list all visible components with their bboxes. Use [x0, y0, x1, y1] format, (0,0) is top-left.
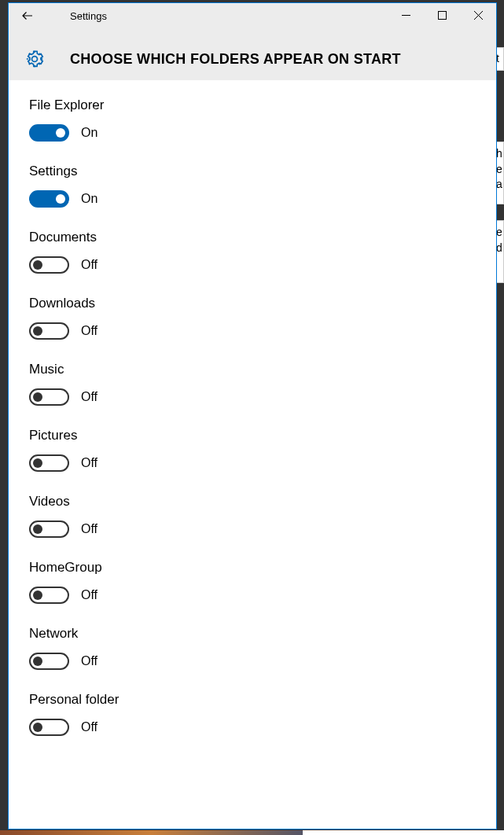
toggle-row: Off	[29, 520, 476, 538]
toggle-knob	[33, 392, 42, 402]
taskbar-fragment	[0, 830, 504, 835]
settings-window: Settings	[8, 2, 497, 829]
toggle-state-label: On	[81, 126, 97, 140]
minimize-icon	[402, 11, 410, 20]
setting-network: NetworkOff	[29, 626, 476, 670]
toggle-documents[interactable]	[29, 256, 69, 274]
setting-videos: VideosOff	[29, 494, 476, 538]
toggle-videos[interactable]	[29, 520, 69, 538]
toggle-knob	[33, 590, 42, 600]
setting-label: Personal folder	[29, 692, 476, 708]
toggle-knob	[33, 524, 42, 534]
toggle-network[interactable]	[29, 653, 69, 670]
svg-point-4	[32, 57, 38, 62]
toggle-row: Off	[29, 256, 476, 274]
toggle-knob	[33, 458, 42, 468]
gear-icon	[23, 47, 46, 71]
setting-label: Videos	[29, 494, 476, 509]
toggle-music[interactable]	[29, 388, 69, 406]
toggle-state-label: On	[81, 192, 97, 206]
maximize-icon	[438, 11, 447, 20]
setting-label: File Explorer	[29, 97, 476, 113]
toggle-row: Off	[29, 388, 476, 406]
setting-homegroup: HomeGroupOff	[29, 560, 476, 604]
setting-personal-folder: Personal folderOff	[29, 692, 476, 736]
close-icon	[474, 11, 483, 20]
setting-label: Downloads	[29, 296, 476, 311]
toggle-personal-folder[interactable]	[29, 719, 69, 736]
toggle-state-label: Off	[81, 324, 97, 338]
setting-label: Documents	[29, 230, 476, 245]
setting-label: Network	[29, 626, 476, 642]
setting-label: HomeGroup	[29, 560, 476, 576]
setting-label: Settings	[29, 164, 476, 179]
back-arrow-icon	[20, 9, 35, 23]
toggle-state-label: Off	[81, 588, 97, 602]
toggle-state-label: Off	[81, 720, 97, 734]
svg-rect-1	[438, 11, 446, 19]
toggle-row: Off	[29, 719, 476, 736]
toggle-knob	[56, 128, 65, 138]
back-button[interactable]	[9, 3, 46, 28]
toggle-knob	[56, 194, 65, 204]
toggle-knob	[33, 326, 42, 336]
setting-settings: SettingsOn	[29, 164, 476, 208]
setting-file-explorer: File ExplorerOn	[29, 97, 476, 142]
toggle-downloads[interactable]	[29, 322, 69, 340]
toggle-knob	[33, 723, 42, 732]
titlebar: Settings	[9, 3, 496, 80]
toggle-state-label: Off	[81, 456, 97, 470]
toggle-state-label: Off	[81, 258, 97, 272]
toggle-row: Off	[29, 454, 476, 472]
maximize-button[interactable]	[424, 3, 460, 27]
toggle-row: On	[29, 124, 476, 142]
toggle-pictures[interactable]	[29, 454, 69, 472]
window-controls	[388, 3, 496, 27]
toggle-knob	[33, 260, 42, 270]
toggle-knob	[33, 657, 42, 666]
page-heading: CHOOSE WHICH FOLDERS APPEAR ON START	[70, 51, 401, 68]
setting-label: Pictures	[29, 428, 476, 443]
setting-label: Music	[29, 362, 476, 377]
window-title: Settings	[70, 10, 107, 22]
settings-content: File ExplorerOnSettingsOnDocumentsOffDow…	[9, 80, 496, 829]
toggle-file-explorer[interactable]	[29, 124, 69, 142]
minimize-button[interactable]	[388, 3, 424, 27]
toggle-row: Off	[29, 322, 476, 340]
setting-pictures: PicturesOff	[29, 428, 476, 472]
toggle-homegroup[interactable]	[29, 587, 69, 604]
toggle-state-label: Off	[81, 390, 97, 404]
setting-downloads: DownloadsOff	[29, 296, 476, 340]
close-button[interactable]	[460, 3, 496, 27]
toggle-state-label: Off	[81, 522, 97, 536]
toggle-row: Off	[29, 587, 476, 604]
toggle-settings[interactable]	[29, 190, 69, 208]
setting-documents: DocumentsOff	[29, 230, 476, 274]
toggle-row: On	[29, 190, 476, 208]
toggle-row: Off	[29, 653, 476, 670]
setting-music: MusicOff	[29, 362, 476, 406]
toggle-state-label: Off	[81, 654, 97, 668]
